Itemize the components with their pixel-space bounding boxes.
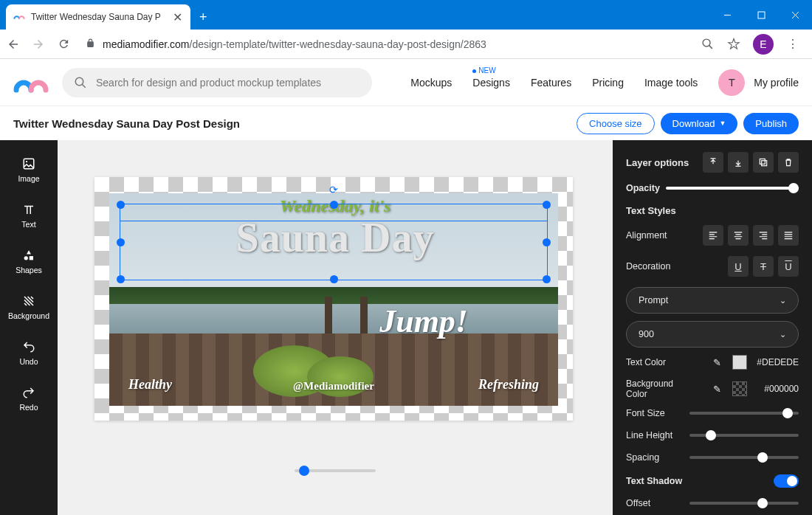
left-toolbar: Image Text Shapes Background Undo Redo [0, 140, 58, 515]
redo-icon [21, 385, 36, 400]
offset-label: Offset [626, 498, 684, 508]
nav-designs[interactable]: NEW Designs [472, 77, 510, 89]
align-justify-button[interactable] [778, 225, 799, 246]
tool-image[interactable]: Image [0, 151, 58, 189]
tool-text[interactable]: Text [0, 196, 58, 235]
font-size-slider[interactable] [689, 412, 799, 415]
text-color-swatch[interactable] [732, 355, 747, 370]
address-bar: mediamodifier.com/design-template/twitte… [0, 30, 812, 59]
browser-menu-icon[interactable]: ⋮ [785, 37, 800, 52]
align-left-button[interactable] [703, 225, 723, 246]
font-size-label: Font Size [626, 408, 684, 418]
svg-point-4 [703, 39, 710, 46]
align-center-button[interactable] [728, 225, 749, 246]
overline-button[interactable]: U [778, 256, 799, 277]
tab-close-icon[interactable]: ✕ [171, 10, 183, 24]
line-height-label: Line Height [626, 430, 684, 440]
offset-slider[interactable] [689, 502, 799, 505]
logo-icon[interactable] [13, 72, 49, 93]
lock-icon [86, 38, 95, 50]
duplicate-button[interactable] [753, 152, 774, 173]
svg-point-6 [75, 77, 83, 86]
text-jump[interactable]: Jump! [379, 303, 468, 340]
strikethrough-button[interactable]: T [753, 256, 774, 277]
maximize-button[interactable] [744, 0, 778, 30]
canvas-area[interactable]: Healthy @Mediamodifier Refreshing Wednes… [58, 140, 613, 515]
chevron-down-icon: ⌄ [780, 330, 786, 339]
text-icon [21, 202, 36, 217]
tool-redo[interactable]: Redo [0, 379, 58, 418]
url-path: /design-template/twitter-wednesday-sauna… [190, 38, 486, 50]
forward-button[interactable] [31, 37, 46, 52]
svg-point-9 [26, 161, 27, 162]
search-placeholder: Search for design and product mockup tem… [96, 77, 321, 89]
font-weight-select[interactable]: 900⌄ [626, 321, 799, 348]
text-shadow-label: Text Shadow [626, 476, 682, 486]
eyedropper-icon[interactable]: ✎ [713, 384, 726, 395]
zoom-slider[interactable] [295, 469, 376, 472]
browser-tab[interactable]: Twitter Wednesday Sauna Day P ✕ [6, 4, 190, 30]
bring-forward-button[interactable] [703, 152, 723, 173]
line-height-slider[interactable] [689, 434, 799, 437]
page-toolbar: Twitter Wednesday Sauna Day Post Design … [0, 106, 812, 140]
back-button[interactable] [6, 37, 21, 52]
page-title: Twitter Wednesday Sauna Day Post Design [13, 117, 240, 130]
minimize-button[interactable] [710, 0, 744, 30]
zoom-icon[interactable] [700, 37, 715, 52]
opacity-slider[interactable] [666, 187, 799, 190]
alignment-label: Alignment [626, 230, 667, 241]
close-window-button[interactable] [778, 0, 812, 30]
layer-options-label: Layer options [626, 157, 689, 168]
url-host: mediamodifier.com [103, 38, 190, 50]
choose-size-button[interactable]: Choose size [577, 113, 655, 134]
tool-undo[interactable]: Undo [0, 333, 58, 372]
browser-avatar[interactable]: E [753, 34, 774, 55]
nav-pricing[interactable]: Pricing [592, 77, 624, 89]
text-shadow-toggle[interactable] [774, 474, 799, 488]
right-panel: Layer options Opacity Text Styles Alignm… [613, 140, 812, 515]
delete-button[interactable] [778, 152, 799, 173]
url-field[interactable]: mediamodifier.com/design-template/twitte… [81, 38, 689, 50]
profile-link[interactable]: My profile [754, 77, 799, 89]
svg-point-10 [24, 256, 28, 260]
profile-avatar[interactable]: T [718, 69, 745, 96]
chevron-down-icon: ▼ [719, 120, 726, 127]
bg-color-value[interactable]: #000000 [753, 384, 799, 394]
text-refreshing[interactable]: Refreshing [478, 377, 539, 393]
download-button[interactable]: Download▼ [661, 113, 738, 134]
nav-features[interactable]: Features [531, 77, 571, 89]
background-icon [21, 294, 36, 308]
text-color-label: Text Color [626, 357, 687, 367]
image-icon [21, 156, 36, 171]
font-family-select[interactable]: Prompt⌄ [626, 287, 799, 314]
bookmark-icon[interactable] [726, 37, 741, 52]
eyedropper-icon[interactable]: ✎ [713, 357, 726, 368]
svg-rect-11 [30, 256, 33, 260]
nav-image-tools[interactable]: Image tools [644, 77, 698, 89]
send-backward-button[interactable] [728, 152, 749, 173]
tool-shapes[interactable]: Shapes [0, 242, 58, 280]
svg-rect-15 [760, 159, 765, 164]
align-right-button[interactable] [753, 225, 774, 246]
new-tab-button[interactable]: + [190, 10, 216, 30]
reload-button[interactable] [56, 37, 71, 52]
search-icon [74, 76, 87, 89]
svg-line-7 [82, 84, 86, 88]
text-main[interactable]: Sauna Day [236, 214, 435, 261]
nav-mockups[interactable]: Mockups [410, 77, 452, 89]
text-color-value[interactable]: #DEDEDE [753, 357, 799, 367]
bg-color-swatch[interactable] [732, 381, 747, 396]
spacing-slider[interactable] [689, 456, 799, 459]
spacing-label: Spacing [626, 452, 684, 463]
zoom-thumb[interactable] [299, 466, 309, 476]
shapes-icon [21, 248, 36, 263]
text-healthy[interactable]: Healthy [128, 377, 172, 393]
underline-button[interactable]: U [728, 256, 749, 277]
site-header: Search for design and product mockup tem… [0, 59, 812, 106]
favicon-icon [13, 11, 25, 23]
publish-button[interactable]: Publish [743, 113, 799, 134]
text-top[interactable]: Wednesday, it's [280, 196, 391, 216]
tool-background[interactable]: Background [0, 288, 58, 326]
search-input[interactable]: Search for design and product mockup tem… [62, 68, 372, 97]
text-handle[interactable]: @Mediamodifier [293, 380, 374, 393]
